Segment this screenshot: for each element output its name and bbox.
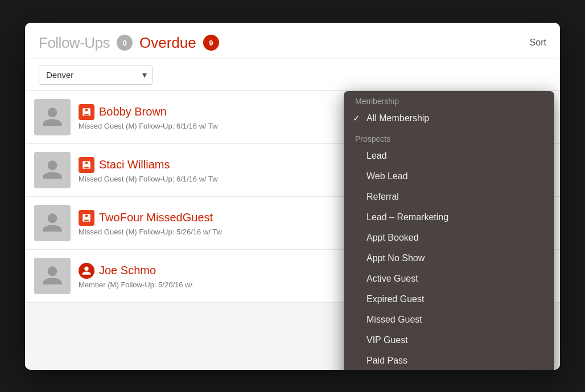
filter-option-web-lead[interactable]: Web Lead	[344, 166, 554, 187]
type-icon-red	[79, 263, 94, 279]
avatar	[34, 258, 71, 294]
contact-detail: Member (M) Follow-Up: 5/20/16 w/	[79, 280, 192, 289]
filter-option-active-guest[interactable]: Active Guest	[344, 269, 554, 289]
item-header: Joe Schmo	[79, 263, 192, 279]
item-info: TwoFour MissedGuest Missed Guest (M) Fol…	[79, 210, 222, 236]
item-header: Bobby Brown	[79, 104, 218, 120]
membership-section-header: Membership	[344, 91, 554, 108]
contact-icon	[81, 107, 92, 117]
person-silhouette-icon	[41, 265, 64, 287]
filter-option-appt-booked[interactable]: Appt Booked	[344, 228, 554, 248]
contact-name: Bobby Brown	[99, 105, 167, 118]
header: Follow-Ups 0 Overdue 9 Sort	[25, 23, 560, 59]
filter-option-lead-remarketing[interactable]: Lead – Remarketing	[344, 207, 554, 228]
filter-option-missed-guest[interactable]: Missed Guest	[344, 310, 554, 330]
contact-detail: Missed Guest (M) Follow-Up: 6/1/16 w/ Tw	[79, 175, 218, 183]
person-silhouette-icon	[41, 159, 64, 181]
avatar	[34, 205, 71, 241]
avatar	[34, 152, 71, 188]
item-header: Staci Williams	[79, 157, 218, 173]
contact-detail: Missed Guest (M) Follow-Up: 6/1/16 w/ Tw	[79, 122, 218, 130]
contact-name: Staci Williams	[99, 158, 170, 171]
item-info: Bobby Brown Missed Guest (M) Follow-Up: …	[79, 104, 218, 130]
contact-icon	[81, 160, 92, 170]
contact-name: TwoFour MissedGuest	[99, 211, 213, 224]
item-header: TwoFour MissedGuest	[79, 210, 222, 226]
page-title: Follow-Ups	[39, 34, 110, 52]
avatar	[34, 99, 71, 135]
filter-option-lead[interactable]: Lead	[344, 146, 554, 166]
app-window: Follow-Ups 0 Overdue 9 Sort Denver All L…	[25, 23, 560, 370]
item-info: Staci Williams Missed Guest (M) Follow-U…	[79, 157, 218, 183]
sort-button[interactable]: Sort	[530, 38, 546, 48]
type-icon-orange	[79, 157, 94, 173]
filter-option-paid-pass[interactable]: Paid Pass	[344, 350, 554, 370]
person-silhouette-icon	[41, 212, 64, 234]
filter-option-vip-guest[interactable]: VIP Guest	[344, 330, 554, 350]
type-icon-orange	[79, 104, 94, 120]
prospects-section-header: Prospects	[344, 129, 554, 146]
item-info: Joe Schmo Member (M) Follow-Up: 5/20/16 …	[79, 263, 192, 289]
overdue-count-badge: 9	[203, 35, 219, 51]
person-silhouette-icon	[41, 106, 64, 129]
member-icon	[81, 266, 92, 276]
filter-option-referral[interactable]: Referral	[344, 187, 554, 207]
filter-option-all-membership[interactable]: All Membership	[344, 108, 554, 129]
location-select-wrapper[interactable]: Denver All Locations	[39, 65, 153, 85]
contact-icon	[81, 213, 92, 223]
controls-bar: Denver All Locations	[25, 59, 560, 91]
filter-option-expired-guest[interactable]: Expired Guest	[344, 289, 554, 310]
contact-name: Joe Schmo	[99, 264, 156, 277]
type-icon-orange	[79, 210, 94, 226]
filter-dropdown: Membership All Membership Prospects Lead…	[344, 91, 554, 370]
filter-option-appt-no-show[interactable]: Appt No Show	[344, 248, 554, 269]
followups-count-badge: 0	[117, 35, 133, 51]
overdue-label: Overdue	[139, 34, 196, 52]
location-select[interactable]: Denver All Locations	[39, 65, 153, 85]
contact-detail: Missed Guest (M) Follow-Up: 5/26/16 w/ T…	[79, 228, 222, 236]
